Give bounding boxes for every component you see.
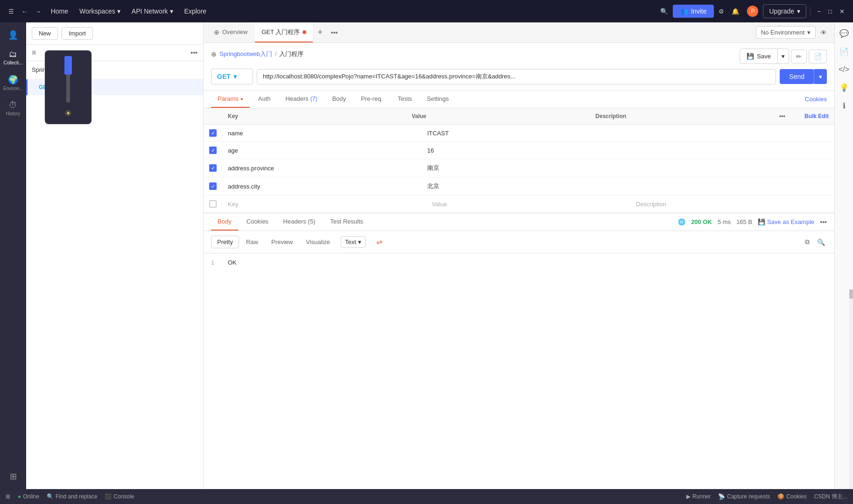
code-button[interactable]: </>	[836, 63, 852, 77]
format-preview-button[interactable]: Preview	[265, 236, 299, 248]
comments-button[interactable]: 💬	[837, 26, 852, 41]
statusbar-console-item[interactable]: ⬛ Console	[105, 493, 134, 500]
menu-icon[interactable]: ☰	[6, 5, 17, 18]
format-pretty-button[interactable]: Pretty	[211, 236, 239, 248]
environment-selector[interactable]: No Environment ▾	[756, 26, 816, 39]
response-tab-body[interactable]: Body	[211, 213, 238, 231]
docs-button[interactable]: 📄	[837, 44, 852, 59]
statusbar-find-replace-item[interactable]: 🔍 Find and replace	[47, 493, 97, 500]
request-params-tabs: Params ● Auth Headers (7) Body Pre-req. …	[204, 91, 834, 108]
workspaces-menu[interactable]: Workspaces ▾	[75, 5, 125, 18]
api-network-menu[interactable]: API Network ▾	[127, 5, 178, 18]
explore-link[interactable]: Explore	[180, 5, 211, 18]
settings-button[interactable]: ⚙	[716, 5, 727, 18]
capture-label: Capture requests	[727, 493, 770, 500]
search-response-button[interactable]: 🔍	[815, 236, 827, 248]
breadcrumb-current-page: 入门程序	[279, 50, 303, 58]
statusbar-runner-item[interactable]: ▶ Runner	[686, 493, 711, 500]
row2-checkbox[interactable]	[209, 147, 217, 154]
tab-params[interactable]: Params ●	[211, 91, 250, 108]
add-tab-button[interactable]: +	[314, 26, 326, 39]
sidebar-item-history[interactable]: ⏱ History	[0, 97, 26, 120]
tab-more-button[interactable]: •••	[327, 27, 342, 38]
documentation-button[interactable]: 📄	[809, 49, 827, 63]
save-dropdown-button[interactable]: ▾	[778, 49, 789, 64]
statusbar-info-item[interactable]: CSDN 博主...	[814, 493, 847, 501]
bulk-edit-link[interactable]: Bulk Edit	[804, 113, 829, 119]
new-request-button[interactable]: New	[32, 27, 58, 40]
postman-icon[interactable]: P	[744, 3, 761, 20]
edit-pencil-button[interactable]: ✏	[791, 49, 807, 63]
response-tab-cookies[interactable]: Cookies	[240, 213, 275, 231]
format-visualize-button[interactable]: Visualize	[300, 236, 336, 248]
text-format-selector[interactable]: Text ▾	[341, 236, 366, 248]
invite-button[interactable]: 👥 Invite	[673, 5, 714, 18]
back-button[interactable]: ←	[19, 5, 30, 18]
tab-overview[interactable]: ⊕ Overview	[207, 22, 254, 42]
empty-key-cell[interactable]: Key	[222, 196, 426, 212]
home-link[interactable]: Home	[46, 5, 73, 18]
table-more-icon: •••	[779, 113, 785, 119]
maximize-button[interactable]: □	[825, 5, 835, 18]
tab-pre-req[interactable]: Pre-req.	[354, 91, 389, 108]
sidebar-item-history-label: History	[6, 111, 20, 116]
method-selector[interactable]: GET ▾	[211, 69, 253, 84]
save-example-button[interactable]: 💾 Save as Example	[758, 218, 814, 225]
empty-value-cell[interactable]: Value	[426, 196, 630, 212]
sidebar-item-user[interactable]: 👤	[0, 26, 26, 44]
send-button[interactable]: Send	[780, 69, 814, 84]
statusbar-cookies-item[interactable]: 🍪 Cookies	[777, 493, 806, 500]
collections-more-button[interactable]: •••	[190, 49, 197, 56]
row1-key: name	[222, 125, 422, 141]
tab-settings[interactable]: Settings	[420, 91, 455, 108]
find-replace-label: Find and replace	[56, 493, 97, 500]
tab-tests[interactable]: Tests	[391, 91, 418, 108]
statusbar-icon-item[interactable]: ⊞	[6, 493, 10, 500]
cookies-link[interactable]: Cookies	[805, 96, 827, 103]
send-dropdown-button[interactable]: ▾	[814, 69, 827, 84]
row2-description	[621, 146, 820, 155]
import-button[interactable]: Import	[62, 27, 93, 40]
response-tab-headers[interactable]: Headers (5)	[277, 213, 322, 231]
breadcrumb-collection-link[interactable]: Springbootweb入门	[219, 50, 272, 58]
copy-response-button[interactable]: ⧉	[803, 236, 811, 248]
tab-get-request[interactable]: GET 入门程序	[255, 22, 313, 42]
sidebar-icon-panel: 👤 🗂 Collecti... 🌍 Environ... ⏱ History ⊞	[0, 22, 26, 489]
tab-auth[interactable]: Auth	[252, 91, 277, 108]
unsaved-indicator	[303, 30, 306, 34]
info-button[interactable]: 💡	[837, 80, 852, 95]
sidebar-item-new[interactable]: ⊞	[0, 468, 26, 485]
minimize-button[interactable]: −	[814, 5, 824, 18]
search-button[interactable]: 🔍	[657, 5, 671, 18]
wrap-lines-button[interactable]: ⇌	[370, 235, 388, 249]
row1-description	[621, 128, 820, 138]
response-more-icon[interactable]: •••	[820, 218, 827, 226]
forward-button[interactable]: →	[32, 5, 44, 18]
sidebar-item-collections[interactable]: 🗂 Collecti...	[0, 46, 26, 69]
statusbar-capture-item[interactable]: 📡 Capture requests	[718, 493, 770, 500]
tab-headers[interactable]: Headers (7)	[279, 91, 324, 108]
statusbar-online-item[interactable]: ● Online	[18, 493, 39, 500]
runner-icon: ▶	[686, 493, 691, 500]
empty-row-checkbox[interactable]	[209, 200, 217, 208]
filter-icon-button[interactable]: ≡	[32, 49, 36, 57]
save-button[interactable]: 💾 Save	[740, 49, 778, 64]
wrap-icon: ⇌	[376, 238, 382, 246]
sidebar-item-environments[interactable]: 🌍 Environ...	[0, 71, 26, 95]
upgrade-button[interactable]: Upgrade ▾	[763, 4, 806, 18]
response-tab-test-results[interactable]: Test Results	[324, 213, 370, 231]
table-row: name ITCAST	[204, 125, 834, 142]
row3-checkbox[interactable]	[209, 164, 217, 172]
row1-checkbox[interactable]	[209, 129, 217, 137]
tab-body[interactable]: Body	[325, 91, 352, 108]
url-input[interactable]	[257, 69, 776, 84]
notifications-button[interactable]: 🔔	[729, 5, 742, 18]
row4-checkbox[interactable]	[209, 182, 217, 190]
row4-key: address.city	[222, 178, 422, 195]
environment-icon-button[interactable]: 👁	[817, 27, 831, 38]
empty-description-cell[interactable]: Description	[630, 196, 834, 212]
info-circle-button[interactable]: ℹ	[840, 98, 848, 113]
close-button[interactable]: ✕	[837, 5, 847, 18]
row2-value: 16	[422, 142, 621, 159]
format-raw-button[interactable]: Raw	[240, 236, 264, 248]
